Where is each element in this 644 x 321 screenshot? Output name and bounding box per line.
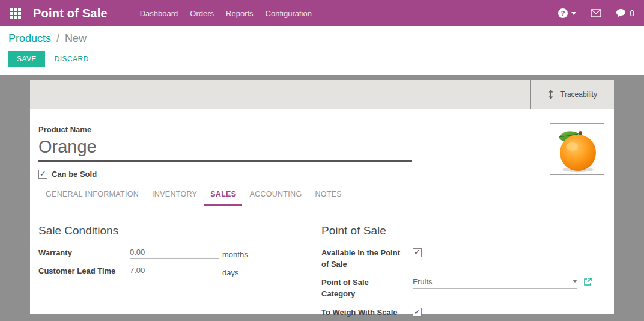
pos-category-row: Point of Sale Category Fruits	[321, 277, 604, 300]
pos-category-label: Point of Sale Category	[321, 277, 413, 300]
save-button[interactable]: SAVE	[8, 51, 45, 67]
breadcrumb-products-link[interactable]: Products	[8, 32, 51, 44]
message-count: 0	[630, 8, 634, 18]
top-navbar: Point of Sale Dashboard Orders Reports C…	[0, 0, 644, 26]
product-name-input[interactable]	[38, 137, 412, 162]
breadcrumb-separator: /	[56, 32, 59, 44]
discard-button[interactable]: DISCARD	[55, 55, 89, 63]
warranty-input[interactable]: 0.00	[130, 248, 219, 259]
tab-sales[interactable]: SALES	[204, 190, 242, 206]
action-buttons: SAVE DISCARD	[8, 51, 636, 67]
arrows-vertical-icon	[548, 89, 554, 100]
chat-bubble-icon	[616, 8, 626, 18]
open-record-external-icon[interactable]	[583, 277, 592, 286]
menu-item-reports[interactable]: Reports	[220, 1, 260, 26]
app-title[interactable]: Point of Sale	[33, 7, 108, 20]
form-statusbar: Traceability	[30, 80, 614, 109]
customer-lead-time-unit: days	[222, 268, 238, 277]
customer-lead-time-row: Customer Lead Time 7.00 days	[38, 266, 321, 277]
can-be-sold-label: Can be Sold	[52, 170, 97, 179]
notebook-tabs: GENERAL INFORMATION INVENTORY SALES ACCO…	[38, 190, 604, 206]
available-in-pos-label: Available in the Point of Sale	[321, 248, 413, 271]
pos-category-value: Fruits	[413, 277, 433, 286]
sale-conditions-group: Sale Conditions Warranty 0.00 months Cus…	[38, 224, 321, 321]
warranty-label: Warranty	[38, 248, 130, 259]
tab-general-information[interactable]: GENERAL INFORMATION	[40, 190, 145, 206]
product-form-card: Traceability	[30, 80, 614, 314]
warranty-unit: months	[222, 250, 248, 259]
available-in-pos-row: Available in the Point of Sale	[321, 248, 604, 271]
menu-item-configuration[interactable]: Configuration	[260, 1, 318, 26]
traceability-button[interactable]: Traceability	[530, 80, 614, 109]
form-sheet: Product Name Can be Sold GENERAL INFORMA…	[30, 109, 614, 321]
menu-item-orders[interactable]: Orders	[184, 1, 220, 26]
main-menu: Dashboard Orders Reports Configuration	[134, 1, 318, 26]
sales-tab-content: Sale Conditions Warranty 0.00 months Cus…	[38, 224, 604, 321]
breadcrumb: Products / New	[8, 32, 636, 45]
weigh-with-scale-row: To Weigh With Scale	[321, 307, 604, 319]
menu-item-dashboard[interactable]: Dashboard	[134, 1, 184, 26]
point-of-sale-title: Point of Sale	[321, 224, 604, 237]
chevron-down-icon	[571, 12, 576, 15]
customer-lead-time-input[interactable]: 7.00	[130, 266, 219, 277]
tab-accounting[interactable]: ACCOUNTING	[243, 190, 308, 206]
messages-icon[interactable]	[591, 9, 601, 17]
can-be-sold-checkbox[interactable]	[38, 170, 47, 179]
sale-conditions-title: Sale Conditions	[38, 224, 321, 237]
control-panel: Products / New SAVE DISCARD	[0, 26, 644, 75]
form-canvas: Traceability	[0, 76, 644, 321]
tab-notes[interactable]: NOTES	[309, 190, 348, 206]
orange-image	[550, 124, 604, 174]
can-be-sold-row: Can be Sold	[38, 170, 604, 179]
customer-lead-time-label: Customer Lead Time	[38, 266, 130, 277]
product-image[interactable]	[550, 123, 604, 175]
dropdown-caret-icon	[573, 280, 577, 283]
weigh-with-scale-label: To Weigh With Scale	[321, 307, 413, 319]
warranty-row: Warranty 0.00 months	[38, 248, 321, 259]
breadcrumb-current: New	[65, 32, 87, 44]
tab-inventory[interactable]: INVENTORY	[146, 190, 203, 206]
point-of-sale-group: Point of Sale Available in the Point of …	[321, 224, 604, 321]
discuss-counter[interactable]: 0	[616, 8, 634, 18]
help-icon: ?	[558, 8, 568, 18]
traceability-label: Traceability	[560, 90, 597, 99]
pos-category-select[interactable]: Fruits	[413, 277, 577, 289]
app-window: Point of Sale Dashboard Orders Reports C…	[0, 0, 644, 321]
topbar-right: ? 0	[558, 8, 634, 18]
help-menu[interactable]: ?	[558, 8, 576, 18]
weigh-with-scale-checkbox[interactable]	[413, 308, 422, 317]
available-in-pos-checkbox[interactable]	[413, 248, 422, 257]
product-name-label: Product Name	[38, 125, 604, 134]
apps-grid-icon[interactable]	[10, 8, 21, 19]
